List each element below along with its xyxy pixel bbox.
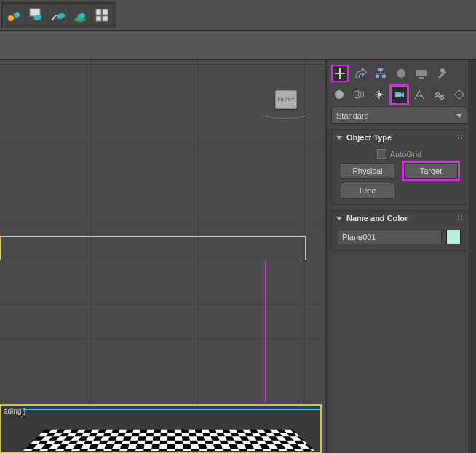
subcategory-dropdown[interactable]: Standard (331, 108, 467, 124)
motion-tab[interactable] (392, 65, 410, 82)
teapot-window-icon[interactable] (26, 5, 47, 25)
perspective-label: ading ] (4, 407, 25, 415)
sub-toolbar (0, 31, 476, 60)
svg-rect-4 (103, 9, 108, 15)
rollout-title: Object Type (346, 133, 392, 142)
command-panel-tabs (331, 64, 467, 83)
svg-point-13 (335, 90, 344, 99)
modify-tab[interactable] (352, 65, 369, 82)
panel-scrollbar[interactable] (469, 60, 476, 453)
viewcube-base (262, 109, 309, 119)
svg-point-0 (8, 15, 14, 21)
svg-rect-9 (382, 75, 386, 78)
svg-rect-8 (376, 75, 379, 78)
teapot-bounce-icon[interactable] (48, 5, 68, 25)
render-grid-icon[interactable] (92, 5, 112, 25)
utilities-tab[interactable] (433, 65, 451, 82)
target-button[interactable]: Target (404, 163, 458, 179)
systems-icon[interactable] (451, 87, 467, 103)
svg-rect-11 (416, 70, 427, 76)
name-color-header[interactable]: Name and Color (332, 211, 467, 225)
physical-button[interactable]: Physical (341, 163, 394, 179)
command-panel: Standard Object Type AutoGrid Physical T… (326, 60, 476, 453)
object-type-header[interactable]: Object Type (332, 130, 467, 145)
grip-icon (457, 215, 464, 221)
svg-rect-7 (378, 68, 383, 71)
chevron-down-icon (456, 114, 462, 118)
viewcube[interactable]: FRONT (275, 90, 297, 109)
svg-point-10 (397, 69, 405, 78)
spacewarps-icon[interactable] (432, 87, 448, 103)
object-color-swatch[interactable] (446, 230, 461, 244)
front-viewport[interactable]: FRONT (0, 60, 325, 409)
dropdown-label: Standard (336, 111, 369, 120)
collapse-triangle-icon (336, 217, 342, 220)
shapes-icon[interactable] (352, 87, 368, 103)
svg-rect-17 (395, 92, 401, 97)
viewport-area: FRONT ading ] (0, 60, 325, 453)
collapse-triangle-icon (336, 136, 342, 140)
svg-point-20 (459, 94, 460, 95)
cameras-icon[interactable] (392, 87, 408, 103)
autogrid-checkbox[interactable] (377, 149, 386, 159)
create-subcategories (331, 86, 467, 103)
svg-rect-5 (96, 16, 101, 21)
checker-plane (23, 430, 314, 451)
name-color-rollout: Name and Color Plane001 (331, 210, 467, 251)
teapot-gear-icon[interactable] (4, 5, 25, 25)
grip-icon (457, 134, 464, 140)
camera-cone-line (301, 260, 301, 403)
autogrid-label: AutoGrid (390, 150, 421, 159)
teapot-splash-icon[interactable] (70, 5, 90, 25)
display-tab[interactable] (413, 65, 430, 82)
object-name-input[interactable]: Plane001 (338, 230, 442, 244)
lights-icon[interactable] (371, 87, 387, 103)
create-tab[interactable] (331, 65, 349, 82)
free-button[interactable]: Free (341, 183, 394, 199)
camera-cone-line (265, 260, 266, 403)
svg-rect-12 (419, 77, 424, 79)
object-type-rollout: Object Type AutoGrid Physical Target Fre… (331, 129, 467, 205)
hierarchy-tab[interactable] (372, 65, 389, 82)
plane-edge-highlight (23, 409, 320, 410)
svg-point-16 (377, 93, 381, 97)
perspective-viewport[interactable]: ading ] (0, 404, 322, 453)
selected-plane-outline[interactable] (0, 236, 306, 260)
top-toolbar (0, 0, 476, 31)
geometry-icon[interactable] (331, 87, 347, 103)
helpers-icon[interactable] (411, 87, 427, 103)
autogrid-row[interactable]: AutoGrid (338, 149, 461, 159)
svg-rect-6 (103, 16, 108, 21)
rollout-title: Name and Color (346, 214, 408, 223)
svg-rect-3 (96, 9, 101, 15)
